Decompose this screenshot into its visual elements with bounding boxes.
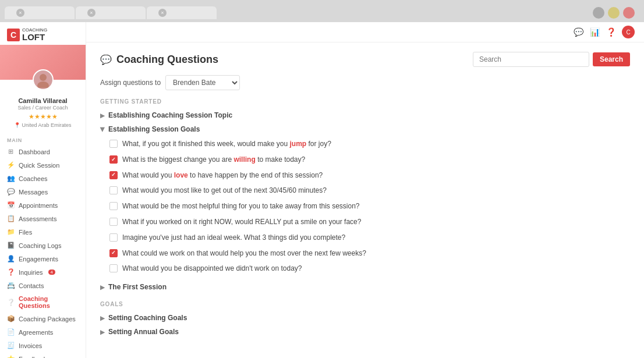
question-checkbox[interactable] xyxy=(109,202,118,210)
category-setting-coaching-goals[interactable]: ▶ Setting Coaching Goals xyxy=(100,311,630,325)
question-checkbox[interactable] xyxy=(109,218,118,226)
chevron-icon: ▶ xyxy=(100,127,106,132)
question-item: What would you be disappointed we didn't… xyxy=(109,261,630,277)
question-text: What, if you got it finished this week, … xyxy=(122,139,331,149)
sidebar-item-label: Appointments xyxy=(19,202,58,209)
sidebar-item-label: Engagements xyxy=(19,256,58,263)
sidebar-item-label: Assessments xyxy=(19,215,56,222)
sidebar-item-coaching-questions[interactable]: ❔ Coaching Questions xyxy=(0,292,86,312)
browser-tab-3[interactable]: × xyxy=(147,6,217,19)
quick-session-icon: ⚡ xyxy=(7,161,15,169)
question-text: What would you love to have happen by th… xyxy=(122,171,323,180)
engagements-icon: 👤 xyxy=(7,255,15,263)
sidebar-item-inquiries[interactable]: ❓ Inquiries 4 xyxy=(0,265,86,279)
sidebar-item-contacts[interactable]: 📇 Contacts xyxy=(0,279,86,292)
sidebar-item-coaching-logs[interactable]: 📓 Coaching Logs xyxy=(0,239,86,252)
sidebar-item-agreements[interactable]: 📄 Agreements xyxy=(0,325,86,339)
category-label: The First Session xyxy=(108,283,167,291)
profile-info: Camilla Villareal Sales / Career Coach ★… xyxy=(0,97,86,133)
circle-btn-2[interactable] xyxy=(608,7,620,19)
question-item: What is the biggest change you are willi… xyxy=(109,152,630,168)
question-checkbox[interactable] xyxy=(109,264,118,272)
question-item: What if you worked on it right NOW, woul… xyxy=(109,214,630,230)
assign-label: Assign questions to xyxy=(100,79,161,87)
question-checkbox[interactable] xyxy=(109,186,118,194)
category-label: Setting Annual Goals xyxy=(108,328,179,336)
tab-close-2[interactable]: × xyxy=(87,9,95,17)
profile-role: Sales / Career Coach xyxy=(5,105,81,111)
question-checkbox[interactable] xyxy=(109,155,118,164)
question-item: What could we work on that would help yo… xyxy=(109,246,630,261)
category-label: Establishing Session Goals xyxy=(108,125,200,133)
chevron-icon: ▶ xyxy=(100,315,105,321)
help-toolbar-icon[interactable]: ❓ xyxy=(606,27,616,37)
sidebar-profile xyxy=(0,45,86,80)
user-avatar[interactable]: C xyxy=(622,26,635,38)
sidebar-item-feedback[interactable]: ⭐ Feedback xyxy=(0,352,86,358)
page-title: Coaching Questions xyxy=(116,54,218,66)
search-input[interactable] xyxy=(473,52,589,67)
sidebar-item-label: Dashboard xyxy=(19,148,50,155)
question-text: Imagine you've just had an ideal week. W… xyxy=(122,233,345,243)
assign-select[interactable]: Brenden Bate xyxy=(165,75,240,90)
question-item: What would be the most helpful thing for… xyxy=(109,199,630,214)
tab-close-3[interactable]: × xyxy=(158,9,167,17)
category-first-session[interactable]: ▶ The First Session xyxy=(100,280,630,294)
sidebar-item-quick-session[interactable]: ⚡ Quick Session xyxy=(0,158,86,172)
sidebar-item-appointments[interactable]: 📅 Appointments xyxy=(0,199,86,212)
question-checkbox[interactable] xyxy=(109,249,118,257)
sidebar-item-label: Quick Session xyxy=(19,162,59,169)
sidebar-item-coachees[interactable]: 👥 Coachees xyxy=(0,172,86,185)
category-establishing-session-topic[interactable]: ▶ Establishing Coaching Session Topic xyxy=(100,108,630,122)
profile-avatar-wrap xyxy=(33,69,54,90)
dashboard-icon: ⊞ xyxy=(7,148,15,155)
circle-btn-1[interactable] xyxy=(593,7,604,19)
circle-btn-3[interactable] xyxy=(623,7,635,19)
chat-toolbar-icon[interactable]: 💬 xyxy=(573,27,583,37)
location-pin-icon: 📍 xyxy=(14,122,20,128)
sidebar-item-messages[interactable]: 💬 Messages xyxy=(0,185,86,199)
logo-text: COACHING LOFT xyxy=(22,28,47,41)
browser-tab-1[interactable]: × xyxy=(5,6,75,19)
logo-area: C COACHING LOFT xyxy=(0,22,86,45)
profile-avatar xyxy=(33,69,54,90)
sidebar-item-label: Feedback xyxy=(19,356,47,359)
tab-close-1[interactable]: × xyxy=(16,9,24,17)
category-setting-annual-goals[interactable]: ▶ Setting Annual Goals xyxy=(100,325,630,339)
question-text: What is the biggest change you are willi… xyxy=(122,155,305,165)
app-container: C COACHING LOFT Camilla Villareal Sales … xyxy=(0,22,644,358)
question-item: What would you love to have happen by th… xyxy=(109,168,630,183)
page-title-row: 💬 Coaching Questions xyxy=(100,54,218,66)
sidebar-item-files[interactable]: 📁 Files xyxy=(0,225,86,239)
files-icon: 📁 xyxy=(7,228,15,236)
sidebar-item-assessments[interactable]: 📋 Assessments xyxy=(0,212,86,225)
question-checkbox[interactable] xyxy=(109,171,118,179)
section-header-goals: GOALS xyxy=(100,301,630,307)
sidebar: C COACHING LOFT Camilla Villareal Sales … xyxy=(0,22,86,358)
search-button[interactable]: Search xyxy=(593,52,630,66)
question-text: What could we work on that would help yo… xyxy=(122,249,366,258)
sidebar-item-dashboard[interactable]: ⊞ Dashboard xyxy=(0,145,86,158)
coaching-logs-icon: 📓 xyxy=(7,242,15,249)
sidebar-item-label: Coaching Logs xyxy=(19,242,61,249)
sidebar-section-label: MAIN xyxy=(0,133,86,145)
question-text: What would be the most helpful thing for… xyxy=(122,201,360,211)
sidebar-item-engagements[interactable]: 👤 Engagements xyxy=(0,252,86,265)
question-checkbox[interactable] xyxy=(109,140,118,148)
category-label: Establishing Coaching Session Topic xyxy=(108,111,232,119)
question-checkbox[interactable] xyxy=(109,233,118,242)
sidebar-item-invoices[interactable]: 🧾 Invoices xyxy=(0,339,86,352)
header-toolbar: 💬 📊 ❓ C xyxy=(86,22,644,42)
main-content: 💬 📊 ❓ C 💬 Coaching Questions Search Assi… xyxy=(86,22,644,358)
chevron-icon: ▶ xyxy=(100,329,105,335)
category-establishing-session-goals[interactable]: ▶ Establishing Session Goals xyxy=(100,122,630,136)
logo-icon: C xyxy=(7,29,20,41)
browser-tab-2[interactable]: × xyxy=(76,6,146,19)
question-item: What, if you got it finished this week, … xyxy=(109,136,630,152)
stats-toolbar-icon[interactable]: 📊 xyxy=(589,27,600,37)
question-text: What would you be disappointed we didn't… xyxy=(122,264,302,274)
sidebar-item-coaching-packages[interactable]: 📦 Coaching Packages xyxy=(0,312,86,325)
question-item: What would you most like to get out of t… xyxy=(109,183,630,199)
profile-stars: ★★★★★ xyxy=(5,113,81,120)
profile-location: 📍 United Arab Emirates xyxy=(5,122,81,128)
